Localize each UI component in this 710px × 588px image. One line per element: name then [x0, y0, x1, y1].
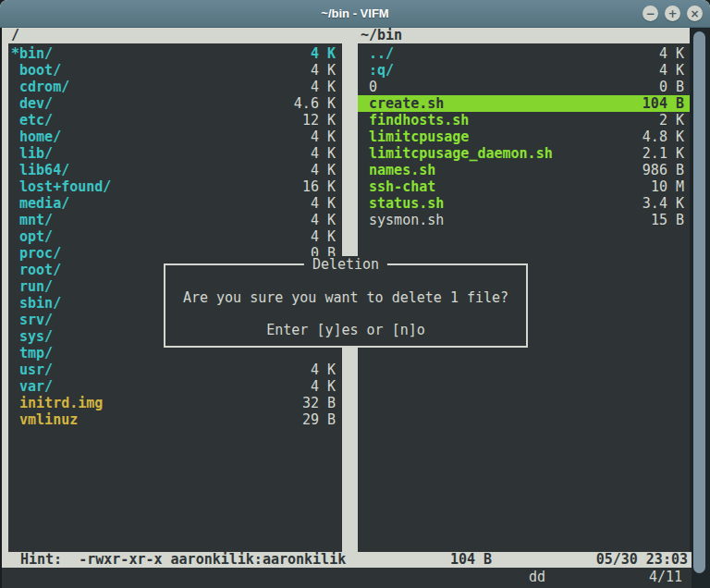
file-name: boot/	[11, 62, 311, 79]
file-size: 4.8 K	[643, 129, 684, 145]
close-icon: ×	[690, 8, 699, 19]
file-name: proc/	[11, 245, 311, 262]
command-bar[interactable]: dd 4/11	[2, 568, 692, 588]
file-name: :q/	[361, 62, 659, 79]
file-row-etc[interactable]: etc/12 K	[8, 112, 342, 129]
file-row-names-sh[interactable]: names.sh986 B	[358, 162, 691, 178]
file-size: 4 K	[311, 195, 336, 212]
file-size: 2.1 K	[643, 145, 684, 162]
file-size: 4 K	[311, 378, 336, 395]
file-name: media/	[11, 195, 311, 212]
file-name: etc/	[11, 112, 302, 129]
file-name: dev/	[11, 95, 294, 112]
file-row-limitcpusage-daemon-sh[interactable]: limitcpusage_daemon.sh2.1 K	[358, 145, 691, 162]
file-row-sysmon-sh[interactable]: sysmon.sh15 B	[358, 212, 691, 228]
file-size: 4 K	[311, 62, 336, 79]
file-name: usr/	[11, 361, 311, 378]
file-row-var[interactable]: var/4 K	[8, 378, 342, 395]
file-name: cdrom/	[11, 79, 311, 95]
file-row-lost-found[interactable]: lost+found/16 K	[8, 178, 342, 195]
file-size: 4 K	[311, 162, 336, 178]
file-row-findhosts-sh[interactable]: findhosts.sh2 K	[358, 112, 691, 129]
file-row-0[interactable]: 00 B	[358, 79, 691, 95]
terminal-content: / ~/bin *bin/4 K boot/4 K cdrom/4 K dev/…	[0, 28, 710, 588]
file-name: limitcpusage_daemon.sh	[361, 145, 643, 162]
dialog-message: Are you sure you want to delete 1 file?	[165, 289, 526, 306]
file-name: create.sh	[361, 95, 643, 112]
file-size: 4 K	[311, 45, 336, 62]
file-size: 12 K	[302, 112, 336, 129]
file-row-home[interactable]: home/4 K	[8, 129, 342, 145]
file-row-ssh-chat[interactable]: ssh-chat10 M	[358, 178, 691, 195]
file-row-lib64[interactable]: lib64/4 K	[8, 162, 342, 178]
file-row-media[interactable]: media/4 K	[8, 195, 342, 212]
dialog-title: Deletion	[304, 256, 387, 273]
file-row-proc[interactable]: proc/0 B	[8, 245, 342, 262]
file-name: mnt/	[11, 212, 311, 228]
file-size: 29 B	[302, 411, 336, 428]
status-file-size: 104 B	[450, 552, 492, 568]
file-size: 4 K	[311, 79, 336, 95]
maximize-icon: +	[667, 8, 677, 19]
file-size: 4 K	[311, 361, 336, 378]
deletion-dialog: Deletion Are you sure you want to delete…	[164, 263, 528, 348]
file-row-create-sh[interactable]: create.sh104 B	[358, 95, 691, 112]
file-row-mnt[interactable]: mnt/4 K	[8, 212, 342, 228]
file-size: 4 K	[311, 212, 336, 228]
file-name: opt/	[11, 228, 311, 245]
left-pane-path: /	[11, 28, 19, 43]
scrollbar-thumb[interactable]	[693, 31, 705, 573]
file-size: 104 B	[643, 95, 684, 112]
file-name: var/	[11, 378, 311, 395]
file-name: initrd.img	[11, 395, 302, 411]
minimize-icon: −	[645, 8, 655, 19]
file-row-boot[interactable]: boot/4 K	[8, 62, 342, 79]
file-size: 32 B	[302, 395, 336, 411]
file-row-limitcpusage[interactable]: limitcpusage4.8 K	[358, 129, 691, 145]
file-size: 986 B	[643, 162, 684, 178]
right-pane-path: ~/bin	[361, 28, 402, 43]
file-name: sysmon.sh	[361, 212, 651, 228]
file-row-opt[interactable]: opt/4 K	[8, 228, 342, 245]
file-row-initrd-img[interactable]: initrd.img32 B	[8, 395, 342, 411]
file-size: 4 K	[659, 45, 684, 62]
file-size: 3.4 K	[643, 195, 684, 212]
window-title: ~/bin - VIFM	[321, 6, 388, 20]
file-name: lib/	[11, 145, 311, 162]
status-hint: Hint: -rwxr-xr-x aaronkilik:aaronkilik	[20, 552, 346, 568]
file-row-status-sh[interactable]: status.sh3.4 K	[358, 195, 691, 212]
file-row-cdrom[interactable]: cdrom/4 K	[8, 79, 342, 95]
file-row-lib[interactable]: lib/4 K	[8, 145, 342, 162]
file-name: vmlinuz	[11, 411, 302, 428]
file-row-usr[interactable]: usr/4 K	[8, 361, 342, 378]
maximize-button[interactable]: +	[665, 6, 680, 21]
dialog-prompt: Enter [y]es or [n]o	[165, 322, 526, 338]
file-size: 4 K	[659, 62, 684, 79]
file-name: home/	[11, 129, 311, 145]
file-row-q[interactable]: :q/4 K	[358, 62, 691, 79]
window-controls: − + ×	[643, 6, 703, 21]
window-titlebar[interactable]: ~/bin - VIFM − + ×	[0, 0, 710, 28]
file-row-[interactable]: ../4 K	[358, 45, 691, 62]
file-name: findhosts.sh	[361, 112, 659, 129]
file-size: 10 M	[651, 178, 684, 195]
file-row-bin[interactable]: *bin/4 K	[8, 45, 342, 62]
file-name: ssh-chat	[361, 178, 651, 195]
file-name: *bin/	[11, 45, 311, 62]
status-datetime: 05/30 23:03	[596, 552, 688, 568]
file-size: 16 K	[302, 178, 336, 195]
file-size: 4 K	[311, 129, 336, 145]
file-name: names.sh	[361, 162, 643, 178]
file-name: status.sh	[361, 195, 643, 212]
file-size: 0 B	[659, 79, 684, 95]
file-size: 15 B	[651, 212, 684, 228]
file-name: limitcpusage	[361, 129, 643, 145]
file-size: 4 K	[311, 145, 336, 162]
scrollbar-track[interactable]	[690, 28, 710, 588]
file-row-dev[interactable]: dev/4.6 K	[8, 95, 342, 112]
file-row-vmlinuz[interactable]: vmlinuz29 B	[8, 411, 342, 428]
cursor-position: 4/11	[649, 568, 682, 586]
close-button[interactable]: ×	[687, 6, 703, 21]
file-size: 2 K	[659, 112, 684, 129]
minimize-button[interactable]: −	[643, 6, 658, 21]
